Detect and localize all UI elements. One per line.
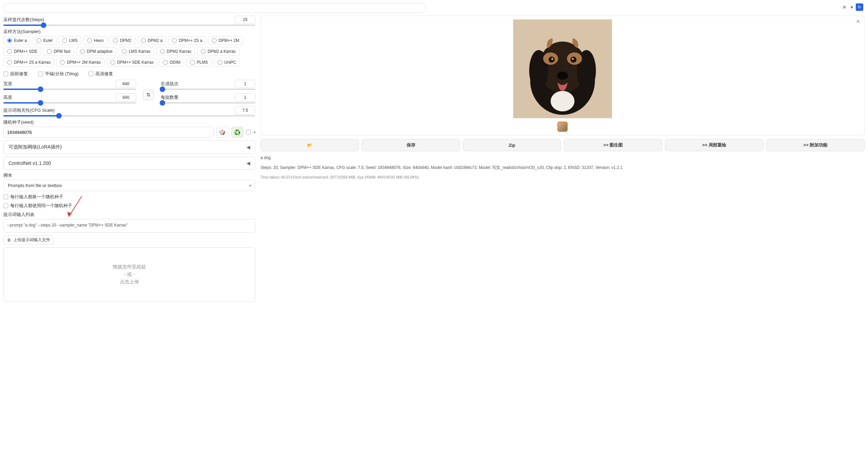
save-button[interactable]: 保存 bbox=[362, 139, 460, 151]
sampler-option[interactable]: DDIM bbox=[159, 58, 184, 67]
radio-icon bbox=[212, 38, 217, 43]
steps-label: 采样迭代步数(Steps) bbox=[3, 17, 44, 23]
sampler-option[interactable]: DPM adaptive bbox=[76, 47, 116, 56]
lora-accordion[interactable]: 可选附加网络(LoRA插件)◀ bbox=[3, 140, 255, 154]
prompt-list-label: 提示词输入列表 bbox=[3, 212, 255, 218]
batch-size-slider[interactable] bbox=[161, 102, 255, 104]
cfg-label: 提示词相关性(CFG Scale) bbox=[3, 107, 54, 113]
radio-icon bbox=[80, 49, 85, 54]
controlnet-accordion[interactable]: ControlNet v1.1.200◀ bbox=[3, 157, 255, 170]
script-label: 脚本 bbox=[3, 172, 255, 178]
sampler-option[interactable]: UniPC bbox=[214, 58, 240, 67]
seed-caret-icon[interactable]: ▾ bbox=[254, 130, 255, 134]
svg-point-11 bbox=[551, 58, 553, 60]
sampler-option[interactable]: DPM2 a Karras bbox=[197, 47, 239, 56]
sampler-option[interactable]: DPM++ 2S a bbox=[168, 36, 206, 45]
sampler-option[interactable]: DPM fast bbox=[43, 47, 74, 56]
sampler-option[interactable]: DPM2 Karras bbox=[156, 47, 195, 56]
sampler-option[interactable]: Euler a bbox=[3, 36, 31, 45]
radio-icon bbox=[7, 38, 12, 43]
face-restore-check[interactable]: 面部修复 bbox=[3, 71, 28, 77]
radio-icon bbox=[47, 49, 52, 54]
radio-icon bbox=[201, 49, 206, 54]
cfg-value[interactable]: 7.5 bbox=[235, 106, 255, 114]
batch-count-label: 生成批次 bbox=[161, 81, 178, 87]
radio-icon bbox=[218, 60, 222, 65]
send-extras-button[interactable]: >> 附加功能 bbox=[766, 139, 865, 151]
send-inpaint-button[interactable]: >> 局部重绘 bbox=[665, 139, 763, 151]
radio-icon bbox=[7, 49, 12, 54]
batch-count-value[interactable]: 1 bbox=[235, 80, 255, 88]
seed-recycle-button[interactable]: ♻️ bbox=[231, 127, 243, 138]
sampler-label: 采样方法(Sampler) bbox=[3, 29, 255, 35]
batch-size-value[interactable]: 1 bbox=[235, 93, 255, 102]
width-label: 宽度 bbox=[3, 81, 12, 87]
width-value[interactable]: 640 bbox=[116, 80, 136, 88]
output-thumbnail[interactable] bbox=[557, 122, 568, 132]
seed-dice-button[interactable]: 🎲 bbox=[216, 127, 228, 138]
refresh-button[interactable]: ↻ bbox=[856, 3, 863, 11]
radio-icon bbox=[36, 38, 41, 43]
script-select[interactable]: Prompts from file or textbox ▾ bbox=[3, 180, 255, 191]
svg-point-14 bbox=[551, 91, 574, 111]
seed-extra-check[interactable] bbox=[246, 130, 251, 135]
seed-label: 随机种子(seed) bbox=[3, 119, 255, 125]
prompt-list-textarea[interactable]: --prompt "a dog" --steps 20 --sampler_na… bbox=[3, 219, 255, 233]
batch-count-slider[interactable] bbox=[161, 89, 255, 90]
send-img2img-button[interactable]: >> 图生图 bbox=[564, 139, 662, 151]
steps-slider[interactable] bbox=[3, 25, 255, 26]
sampler-option[interactable]: Heun bbox=[83, 36, 108, 45]
output-timing: Time taken: 40.07sTorch active/reserved:… bbox=[261, 174, 865, 181]
radio-icon bbox=[60, 60, 65, 65]
radio-icon bbox=[87, 38, 92, 43]
same-seed-check[interactable]: 每行输入都使用同一个随机种子 bbox=[3, 203, 255, 209]
hires-check[interactable]: 高清修复 bbox=[89, 71, 113, 77]
tiling-check[interactable]: 平铺/分块 (Tiling) bbox=[38, 71, 78, 77]
radio-icon bbox=[163, 60, 168, 65]
sampler-option[interactable]: DPM2 bbox=[109, 36, 135, 45]
steps-value[interactable]: 25 bbox=[235, 16, 255, 24]
radio-icon bbox=[160, 49, 165, 54]
sampler-option[interactable]: DPM++ 2S a Karras bbox=[3, 58, 54, 67]
sampler-option[interactable]: DPM++ 2M bbox=[208, 36, 243, 45]
sampler-option[interactable]: DPM++ SDE bbox=[3, 47, 41, 56]
height-label: 高度 bbox=[3, 94, 12, 100]
seed-input[interactable] bbox=[3, 127, 214, 138]
file-dropzone[interactable]: 拖放文件至此处 - 或 - 点击上传 bbox=[3, 247, 255, 302]
prompt-input[interactable] bbox=[3, 3, 426, 13]
zip-button[interactable]: Zip bbox=[463, 139, 561, 151]
sampler-option[interactable]: DPM++ 2M Karras bbox=[56, 58, 104, 67]
width-slider[interactable] bbox=[3, 89, 136, 90]
radio-icon bbox=[141, 38, 146, 43]
output-gallery: ✕ bbox=[261, 16, 865, 136]
sampler-option[interactable]: PLMS bbox=[186, 58, 212, 67]
sampler-option[interactable]: LMS bbox=[59, 36, 81, 45]
swap-dimensions-button[interactable]: ⇅ bbox=[143, 89, 154, 100]
sampler-option[interactable]: DPM2 a bbox=[137, 36, 166, 45]
sampler-option[interactable]: DPM++ SDE Karras bbox=[107, 58, 157, 67]
collapse-toggle[interactable]: ✕ ▾ bbox=[842, 4, 853, 10]
height-value[interactable]: 640 bbox=[116, 93, 136, 102]
height-slider[interactable] bbox=[3, 102, 136, 104]
file-icon: 🗎 bbox=[7, 238, 11, 243]
radio-icon bbox=[7, 60, 12, 65]
radio-icon bbox=[110, 60, 115, 65]
radio-icon bbox=[122, 49, 127, 54]
radio-icon bbox=[172, 38, 177, 43]
sampler-option[interactable]: LMS Karras bbox=[118, 47, 154, 56]
batch-size-label: 每批数量 bbox=[161, 94, 178, 100]
radio-icon bbox=[62, 38, 67, 43]
radio-icon bbox=[113, 38, 118, 43]
close-icon[interactable]: ✕ bbox=[856, 19, 860, 24]
output-metadata: Steps: 20, Sampler: DPM++ SDE Karras, CF… bbox=[261, 165, 865, 171]
sampler-option[interactable]: Euler bbox=[33, 36, 57, 45]
open-folder-button[interactable]: 📂 bbox=[261, 139, 359, 151]
upload-prompts-button[interactable]: 🗎 上传提示词输入文件 bbox=[3, 235, 54, 245]
svg-point-13 bbox=[557, 72, 568, 80]
radio-icon bbox=[190, 60, 195, 65]
svg-point-12 bbox=[572, 58, 574, 60]
cfg-slider[interactable] bbox=[3, 115, 255, 116]
output-prompt: a dog bbox=[261, 155, 865, 161]
output-image[interactable] bbox=[513, 19, 612, 118]
rand-each-check[interactable]: 每行输入都换一个随机种子 bbox=[3, 194, 255, 200]
